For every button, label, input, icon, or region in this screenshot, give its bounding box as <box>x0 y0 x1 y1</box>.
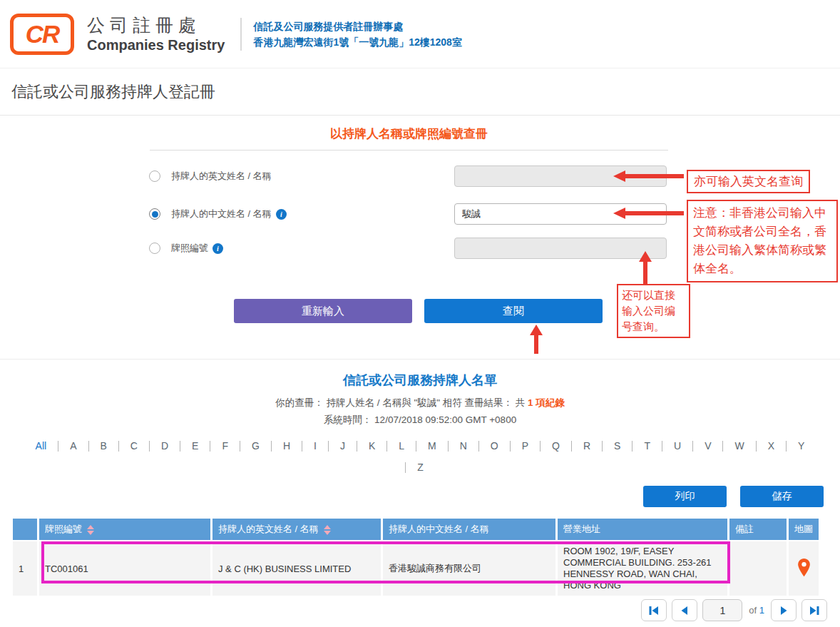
alphabet-separator <box>88 441 89 452</box>
alphabet-filter-n[interactable]: N <box>460 440 467 452</box>
alphabet-filter-o[interactable]: O <box>491 440 498 452</box>
search-heading: 以持牌人名稱或牌照編號查冊 <box>150 126 668 142</box>
option-row-english-name: 持牌人的英文姓名 / 名稱 <box>149 165 272 187</box>
previous-page-button[interactable] <box>672 599 697 621</box>
alphabet-separator <box>149 441 150 452</box>
alphabet-filter-v[interactable]: V <box>705 440 711 452</box>
alphabet-filter-z[interactable]: Z <box>417 462 424 473</box>
row-license-number: TC001061 <box>39 541 210 596</box>
page-title: 信託或公司服務持牌人登記冊 <box>11 81 215 103</box>
alphabet-separator <box>756 441 757 452</box>
next-page-button[interactable] <box>771 599 797 621</box>
alphabet-filter-w[interactable]: W <box>734 440 744 452</box>
row-remarks <box>729 541 787 596</box>
alphabet-filter-y[interactable]: Y <box>798 440 804 452</box>
alphabet-separator <box>722 441 723 452</box>
radio-license-number[interactable] <box>149 243 160 254</box>
org-name-zh: 公司註冊處 <box>87 14 225 36</box>
alphabet-filter-h[interactable]: H <box>283 440 290 452</box>
last-page-icon <box>809 605 820 616</box>
cr-logo[interactable]: CR <box>10 14 74 55</box>
alphabet-filter-b[interactable]: B <box>101 440 107 452</box>
alphabet-filter-l[interactable]: L <box>399 440 404 452</box>
alphabet-separator <box>540 441 541 452</box>
alphabet-separator <box>448 441 449 452</box>
alphabet-filter-q[interactable]: Q <box>552 440 560 452</box>
table-row: 1 TC001061 J & C (HK) BUSINESS LIMITED 香… <box>13 541 819 596</box>
alphabet-filter-r[interactable]: R <box>583 440 590 452</box>
alphabet-separator <box>786 441 787 452</box>
alphabet-separator <box>405 462 406 473</box>
alphabet-separator <box>478 441 479 452</box>
alphabet-separator <box>302 441 302 452</box>
sort-icon[interactable] <box>87 525 94 535</box>
cr-logo-text: CR <box>26 20 59 49</box>
alphabet-filter-p[interactable]: P <box>522 440 528 452</box>
row-index: 1 <box>13 541 37 596</box>
alphabet-filter-u[interactable]: U <box>674 440 681 452</box>
annotation-arrow-up-icon <box>530 325 543 354</box>
org-name-en: Companies Registry <box>87 36 225 54</box>
alphabet-separator <box>118 441 119 452</box>
info-icon[interactable]: i <box>276 209 287 220</box>
first-page-button[interactable] <box>641 599 667 621</box>
page-number-input[interactable] <box>702 599 742 621</box>
result-count: 1 項紀錄 <box>528 397 565 408</box>
alphabet-filter-e[interactable]: E <box>192 440 198 452</box>
save-button[interactable]: 儲存 <box>740 486 824 507</box>
alphabet-filter-f[interactable]: F <box>222 440 228 452</box>
map-pin-icon <box>797 558 811 578</box>
search-button[interactable]: 查閱 <box>424 299 603 323</box>
page: CR 公司註冊處 Companies Registry 信託及公司服務提供者註冊… <box>0 0 840 627</box>
option-label-license-number: 牌照編號 <box>171 242 208 255</box>
alphabet-filter-a[interactable]: A <box>70 440 76 452</box>
annotation-note-chinese: 注意：非香港公司输入中文简称或者公司全名，香港公司输入繁体简称或繁体全名。 <box>687 200 838 282</box>
alphabet-filter-all[interactable]: All <box>36 440 47 452</box>
office-line1: 信託及公司服務提供者註冊辦事處 <box>253 19 462 34</box>
alphabet-filter-k[interactable]: K <box>369 440 375 452</box>
alphabet-filter-t[interactable]: T <box>644 440 650 452</box>
alphabet-filter-g[interactable]: G <box>252 440 260 452</box>
row-map[interactable] <box>789 541 819 596</box>
last-page-button[interactable] <box>801 599 827 621</box>
reset-button[interactable]: 重新輸入 <box>234 299 412 323</box>
alphabet-separator <box>692 441 693 452</box>
option-row-license-number: 牌照編號 i <box>149 238 223 259</box>
radio-english-name[interactable] <box>149 170 160 182</box>
alphabet-filter-s[interactable]: S <box>614 440 620 452</box>
sort-icon[interactable] <box>324 525 331 535</box>
alphabet-separator <box>328 441 329 452</box>
alphabet-separator <box>571 441 572 452</box>
alphabet-filter-x[interactable]: X <box>768 440 774 452</box>
alphabet-separator <box>180 441 180 452</box>
pagination: of 1 <box>641 599 827 621</box>
section-divider <box>0 359 840 360</box>
annotation-note-english: 亦可输入英文名查询 <box>687 170 810 193</box>
alphabet-separator <box>632 441 632 452</box>
option-label-chinese-name: 持牌人的中文姓名 / 名稱 <box>171 208 272 220</box>
results-table: 牌照編號 持牌人的英文姓名 / 名稱 持牌人的中文姓名 / 名稱 營業地址 備註… <box>11 517 821 597</box>
alphabet-nav: AllABCDEFGHIJKLMNOPQRSTUVWXYZ <box>14 438 826 475</box>
row-chinese-name: 香港駿誠商務有限公司 <box>383 541 555 596</box>
system-time-label: 系統時間： <box>324 414 374 425</box>
option-label-english-name: 持牌人的英文姓名 / 名稱 <box>171 170 272 183</box>
alphabet-filter-c[interactable]: C <box>130 440 138 452</box>
title-band: 信託或公司服務持牌人登記冊 <box>0 69 840 116</box>
info-icon[interactable]: i <box>212 243 223 254</box>
org-name: 公司註冊處 Companies Registry <box>87 14 225 54</box>
col-english-name[interactable]: 持牌人的英文姓名 / 名稱 <box>212 519 381 540</box>
license-number-input[interactable] <box>454 238 667 259</box>
alphabet-separator <box>240 441 240 452</box>
col-license-number[interactable]: 牌照編號 <box>39 519 210 540</box>
radio-chinese-name[interactable] <box>149 208 160 220</box>
alphabet-filter-m[interactable]: M <box>428 440 436 452</box>
alphabet-separator <box>662 441 662 452</box>
annotation-note-license: 还可以直接输入公司编号查询。 <box>617 284 690 338</box>
query-summary-text: 你的查冊： 持牌人姓名 / 名稱與 "駿誠" 相符 查冊結果： 共 <box>275 397 528 408</box>
alphabet-filter-j[interactable]: J <box>340 440 345 452</box>
alphabet-separator <box>386 441 387 452</box>
next-page-icon <box>778 605 789 616</box>
print-button[interactable]: 列印 <box>643 486 727 507</box>
alphabet-filter-i[interactable]: I <box>314 440 317 452</box>
alphabet-filter-d[interactable]: D <box>161 440 168 452</box>
